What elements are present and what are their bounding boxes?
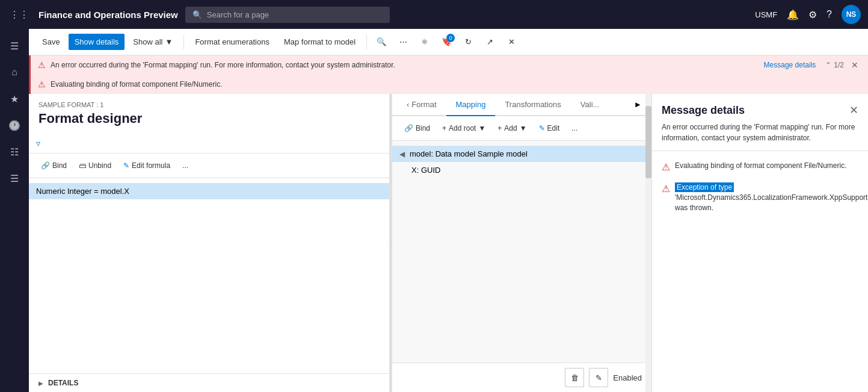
message-details-panel: Message details ✕ An error occurred duri…	[651, 94, 868, 392]
error-banner-1-close[interactable]: ✕	[849, 60, 861, 70]
model-tree-item-2[interactable]: X: GUID	[392, 162, 651, 178]
app-name: Finance and Operations Preview	[38, 10, 178, 20]
add-root-button[interactable]: + Add root ▼	[437, 121, 490, 135]
search-input[interactable]	[207, 10, 383, 19]
close-toolbar-btn[interactable]: ✕	[502, 33, 521, 52]
model-tree: ◀ model: Data model Sample model X: GUID	[392, 141, 651, 362]
sidebar-item-list[interactable]: ☰	[2, 166, 26, 190]
panel-tabs: ‹ Format Mapping Transformations Vali...…	[392, 94, 651, 116]
edit-formula-button[interactable]: ✎ Edit formula	[119, 158, 175, 173]
md-header: Message details ✕	[652, 94, 868, 122]
error-icon-1: ⚠	[38, 60, 46, 70]
add-icon: +	[497, 124, 502, 132]
gear-icon[interactable]: ⚙	[808, 9, 817, 20]
bind-button[interactable]: 🔗 Bind	[36, 158, 72, 173]
model-tree-item-1[interactable]: ◀ model: Data model Sample model	[392, 146, 651, 162]
md-close-button[interactable]: ✕	[849, 104, 858, 117]
enabled-badge: Enabled	[613, 373, 642, 382]
bottom-toolbar: 🗑 ✎ Enabled	[392, 362, 651, 392]
left-panel: SAMPLE FORMAT : 1 Format designer ▿ 🔗 Bi…	[29, 94, 390, 392]
tab-validation[interactable]: Vali...	[571, 94, 609, 116]
region-label: USMF	[755, 10, 777, 19]
format-tree-item-1[interactable]: Numeric Integer = model.X	[29, 183, 389, 199]
grid-menu-icon[interactable]: ⋮⋮	[7, 2, 31, 26]
more-toolbar-btn[interactable]: ⋯	[393, 33, 413, 52]
bell-icon[interactable]: 🔔	[787, 9, 799, 20]
unbind-button[interactable]: 🗃 Unbind	[74, 158, 116, 173]
edit-icon: ✎	[123, 161, 129, 170]
separator2	[366, 35, 367, 49]
tab-mapping[interactable]: Mapping	[446, 94, 496, 116]
help-icon[interactable]: ?	[826, 9, 832, 20]
bookmark-icon-btn[interactable]: 🔖 0	[437, 33, 456, 52]
more-format-btn[interactable]: ...	[177, 158, 193, 173]
md-description: An error occurred during the 'Format map…	[652, 122, 868, 151]
sidebar-item-clock[interactable]: 🕐	[2, 113, 26, 137]
tab-format-chevron: ‹	[407, 100, 409, 109]
main-layout: ☰ ⌂ ★ 🕐 ☷ ☰ Save Show details Show all ▼…	[0, 29, 868, 392]
edit-bottom-btn[interactable]: ✎	[589, 368, 608, 387]
designer-area: SAMPLE FORMAT : 1 Format designer ▿ 🔗 Bi…	[29, 94, 868, 392]
plus-icon: +	[442, 124, 446, 132]
sidebar-item-grid[interactable]: ☷	[2, 140, 26, 164]
expand-icon-1: ◀	[399, 150, 405, 158]
search-icon: 🔍	[192, 10, 202, 19]
show-details-button[interactable]: Show details	[69, 34, 125, 50]
map-format-to-model-button[interactable]: Map format to model	[278, 34, 362, 50]
error-icon-2: ⚠	[38, 79, 46, 89]
right-panel: ‹ Format Mapping Transformations Vali...…	[392, 94, 651, 392]
bind-icon: 🔗	[41, 161, 50, 170]
scroll-thumb	[645, 106, 651, 178]
filter-icon[interactable]: ▿	[36, 138, 40, 148]
tab-format[interactable]: ‹ Format	[397, 94, 446, 116]
main-toolbar: Save Show details Show all ▼ Format enum…	[29, 29, 868, 55]
md-error-icon-1: ⚠	[662, 161, 670, 173]
md-errors: ⚠ Evaluating binding of format component…	[652, 151, 868, 392]
sidebar-item-star[interactable]: ★	[2, 87, 26, 111]
details-chevron-icon: ▶	[38, 380, 43, 387]
right-icons: USMF 🔔 ⚙ ? NS	[755, 5, 861, 24]
avatar[interactable]: NS	[842, 5, 861, 24]
delete-bottom-btn[interactable]: 🗑	[565, 368, 584, 387]
add-button[interactable]: + Add ▼	[493, 121, 531, 135]
sidebar-item-home[interactable]: ☰	[2, 34, 26, 58]
format-tree: Numeric Integer = model.X	[29, 178, 389, 373]
model-toolbar: 🔗 Bind + Add root ▼ + Add ▼ ✎	[392, 116, 651, 141]
tab-next-btn[interactable]: ►	[629, 95, 647, 114]
md-error-item-2: ⚠ Exception of type 'Microsoft.Dynamics3…	[652, 178, 868, 217]
settings-icon-btn[interactable]: ⚛	[415, 33, 434, 52]
error-banner-2: ⚠ Evaluating binding of format component…	[29, 75, 868, 94]
filter-area: ▿	[29, 134, 389, 154]
format-toolbar: 🔗 Bind 🗃 Unbind ✎ Edit formula ...	[29, 154, 389, 178]
message-details-link[interactable]: Message details	[764, 61, 816, 69]
edit-model-icon: ✎	[539, 124, 545, 132]
show-all-button[interactable]: Show all ▼	[127, 34, 179, 50]
nav-prev-icon[interactable]: ⌃	[825, 61, 831, 69]
sidebar-item-home2[interactable]: ⌂	[2, 60, 26, 84]
model-bind-icon: 🔗	[404, 124, 413, 132]
details-section[interactable]: ▶ DETAILS	[29, 373, 389, 392]
search-box[interactable]: 🔍	[185, 7, 390, 23]
save-button[interactable]: Save	[36, 34, 66, 50]
md-error-text-2: Exception of type 'Microsoft.Dynamics365…	[675, 182, 868, 213]
sidebar: ☰ ⌂ ★ 🕐 ☷ ☰	[0, 29, 29, 392]
md-error-item-1: ⚠ Evaluating binding of format component…	[652, 156, 868, 178]
refresh-icon-btn[interactable]: ↻	[458, 33, 478, 52]
add-chevron: ▼	[520, 124, 527, 132]
content-area: Save Show details Show all ▼ Format enum…	[29, 29, 868, 392]
more-model-btn[interactable]: ...	[567, 121, 582, 135]
model-bind-button[interactable]: 🔗 Bind	[399, 121, 435, 135]
add-root-chevron: ▼	[478, 124, 485, 132]
main-scroll[interactable]	[645, 94, 651, 392]
chevron-down-icon: ▼	[165, 37, 173, 46]
md-error-icon-2: ⚠	[662, 183, 670, 194]
edit-button[interactable]: ✎ Edit	[534, 121, 565, 135]
error-banner-1: ⚠ An error occurred during the 'Format m…	[29, 55, 868, 75]
page-title: Format designer	[29, 111, 389, 134]
separator1	[183, 35, 184, 49]
search-toolbar-icon[interactable]: 🔍	[372, 33, 391, 52]
open-icon-btn[interactable]: ↗	[480, 33, 499, 52]
format-enumerations-button[interactable]: Format enumerations	[189, 34, 275, 50]
error-count: ⌃ 1/2	[825, 61, 844, 69]
tab-transformations[interactable]: Transformations	[495, 94, 570, 116]
